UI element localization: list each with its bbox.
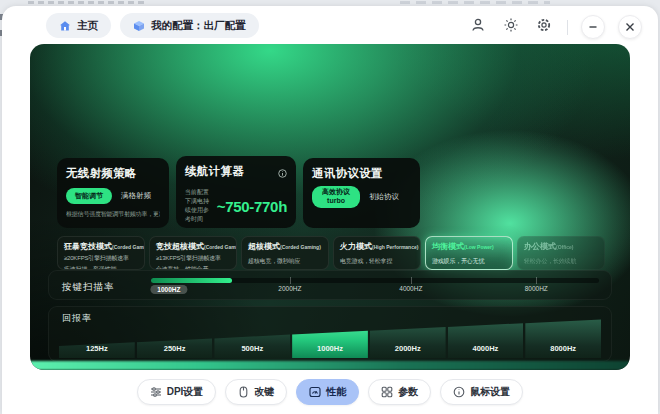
protocol-settings-card: 通讯协议设置 高效协议turbo 初始协议 <box>303 158 420 228</box>
mode-tag: (Office) <box>556 244 574 250</box>
key-scan-rate-section: 按键扫描率 1000HZ 2000HZ 4000HZ 8000HZ <box>48 270 612 300</box>
panel-bottom-glow <box>30 361 630 370</box>
background-window-artifact <box>28 1 148 4</box>
tab-home[interactable]: 主页 <box>46 13 111 38</box>
protocol-turbo-button[interactable]: 高效协议turbo <box>312 186 360 208</box>
desktop-background: 主页 我的配置：出厂配置 <box>0 0 660 414</box>
rf-smart-adjust-button[interactable]: 智能调节 <box>66 188 112 204</box>
battery-note: 当前配置下满电持续使用参考时间 <box>185 188 212 224</box>
info-icon[interactable] <box>278 164 287 182</box>
protocol-initial-button[interactable]: 初始协议 <box>369 192 399 202</box>
toolbar-performance[interactable]: 性能 <box>296 379 359 405</box>
mode-balanced[interactable]: 均衡模式(Low Power) 游戏娱乐，开心无忧 <box>425 236 513 270</box>
scan-rate-2000hz[interactable]: 2000HZ <box>278 285 301 292</box>
battery-estimate-value: ~750-770h <box>217 198 287 215</box>
polling-125hz[interactable]: 125Hz <box>59 318 135 358</box>
toolbar-mouse-settings[interactable]: 鼠标设置 <box>440 379 523 405</box>
mode-desc: ≥13KFPS引擎扫描帧速率 <box>156 254 230 263</box>
mode-firepower[interactable]: 火力模式(High Performance) 电竞游戏，轻松拿捏 <box>333 236 421 270</box>
rf-full-power-button[interactable]: 满格射频 <box>121 191 151 201</box>
user-icon <box>470 17 486 37</box>
close-icon <box>625 18 635 36</box>
mode-competitive-supercore[interactable]: 竞技超核模式(Corded Gaming) ≥13KFPS引擎扫描帧速率 全速竞… <box>149 236 237 270</box>
polling-500hz[interactable]: 500Hz <box>214 318 290 358</box>
mode-rampage-gaming[interactable]: 狂暴竞技模式(Corded Gaming) ≥20KFPS引擎扫描帧速率 疾速扫… <box>57 236 145 270</box>
grid-icon <box>381 386 393 398</box>
polling-bar-label: 500Hz <box>214 344 290 353</box>
mode-title: 狂暴竞技模式 <box>64 242 112 251</box>
settings-icon <box>536 17 552 37</box>
mode-tag: (Corded Gaming) <box>112 244 145 250</box>
mode-tag: (High Performance) <box>372 244 418 250</box>
slider-tick <box>536 277 537 284</box>
toolbar-key-remap[interactable]: 改键 <box>225 379 287 405</box>
mode-supercore[interactable]: 超核模式(Corded Gaming) 超核电竞，微秒响应 <box>241 236 329 270</box>
titlebar-divider <box>567 20 568 35</box>
polling-250hz[interactable]: 250Hz <box>137 318 213 358</box>
wireless-rf-card: 无线射频策略 智能调节 满格射频 根据信号强度智能调节射频功率，更加节能 <box>57 158 169 228</box>
app-window: 主页 我的配置：出厂配置 <box>2 6 658 414</box>
slider-fill <box>151 278 232 283</box>
settings-button[interactable] <box>534 17 554 37</box>
toolbar-label: 改键 <box>254 385 274 399</box>
scan-rate-1000hz[interactable]: 1000HZ <box>150 285 187 294</box>
polling-2000hz[interactable]: 2000Hz <box>370 318 446 358</box>
mouse-icon <box>238 386 249 398</box>
mode-tag: (Corded Gaming) <box>204 244 237 250</box>
mode-title: 均衡模式 <box>432 242 464 251</box>
scan-rate-8000hz[interactable]: 8000HZ <box>525 285 548 292</box>
performance-panel: 无线射频策略 智能调节 满格射频 根据信号强度智能调节射频功率，更加节能 续航计… <box>30 44 630 370</box>
mode-desc: 超核电竞，微秒响应 <box>248 257 322 266</box>
slider-tick <box>411 277 412 284</box>
scan-rate-4000hz[interactable]: 4000HZ <box>399 285 422 292</box>
toolbar-dpi-settings[interactable]: DPI设置 <box>137 379 217 405</box>
minimize-button[interactable] <box>581 15 605 39</box>
performance-mode-row: 狂暴竞技模式(Corded Gaming) ≥20KFPS引擎扫描帧速率 疾速扫… <box>57 236 605 270</box>
scan-rate-tick-labels: 1000HZ 2000HZ 4000HZ 8000HZ <box>151 285 599 297</box>
close-button[interactable] <box>618 15 642 39</box>
wireless-rf-description: 根据信号强度智能调节射频功率，更加节能 <box>66 210 160 219</box>
tab-my-config[interactable]: 我的配置：出厂配置 <box>120 13 259 38</box>
polling-4000hz[interactable]: 4000Hz <box>448 318 524 358</box>
polling-1000hz[interactable]: 1000Hz <box>292 318 368 358</box>
toolbar-parameters[interactable]: 参数 <box>368 379 431 405</box>
polling-bar-label: 4000Hz <box>448 344 524 353</box>
key-scan-rate-label: 按键扫描率 <box>62 281 115 294</box>
mode-title: 竞技超核模式 <box>156 242 204 251</box>
wireless-rf-title: 无线射频策略 <box>66 166 160 181</box>
polling-bar-label: 250Hz <box>137 344 213 353</box>
brightness-button[interactable] <box>501 17 521 37</box>
minimize-icon <box>588 18 598 36</box>
battery-calculator-card: 续航计算器 当前配置下满电持续使用参考时间 ~750-770h <box>176 156 296 228</box>
bottom-toolbar: DPI设置 改键 性能 参数 <box>2 379 658 405</box>
tab-my-config-label: 我的配置：出厂配置 <box>151 19 246 33</box>
mode-desc: 电竞游戏，轻松拿捏 <box>340 257 414 266</box>
polling-rate-bars: 125Hz 250Hz 500Hz 1000Hz 2000Hz 4000Hz 8… <box>59 318 601 358</box>
mode-title: 办公模式 <box>524 242 556 251</box>
protocol-settings-title: 通讯协议设置 <box>312 166 411 181</box>
key-scan-rate-slider[interactable] <box>151 278 599 283</box>
polling-bar-label: 2000Hz <box>370 344 446 353</box>
polling-rate-section: 回报率 125Hz 250Hz 500Hz 1000Hz 2000Hz 4000… <box>48 306 612 362</box>
tab-bar: 主页 我的配置：出厂配置 <box>46 13 259 38</box>
tab-home-label: 主页 <box>77 19 98 33</box>
background-window-artifact <box>400 1 550 4</box>
toolbar-label: 鼠标设置 <box>470 385 510 399</box>
protocol-turbo-label: 高效协议 <box>322 188 350 195</box>
mode-title: 超核模式 <box>248 242 280 251</box>
mode-desc: 游戏娱乐，开心无忧 <box>432 257 506 266</box>
polling-8000hz[interactable]: 8000Hz <box>525 318 601 358</box>
toolbar-label: DPI设置 <box>167 385 204 399</box>
toolbar-label: 参数 <box>398 385 418 399</box>
toolbar-label: 性能 <box>326 385 346 399</box>
user-button[interactable] <box>468 17 488 37</box>
mode-tag: (Corded Gaming) <box>280 244 321 250</box>
mode-office[interactable]: 办公模式(Office) 轻松办公，长效续航 <box>517 236 605 270</box>
mode-tag: (Low Power) <box>464 244 494 250</box>
cube-icon <box>133 20 145 32</box>
mode-desc: ≥20KFPS引擎扫描帧速率 <box>64 254 138 263</box>
slider-tick <box>290 277 291 284</box>
titlebar-controls <box>468 15 642 39</box>
brightness-icon <box>503 17 519 37</box>
mode-desc: 轻松办公，长效续航 <box>524 257 598 266</box>
